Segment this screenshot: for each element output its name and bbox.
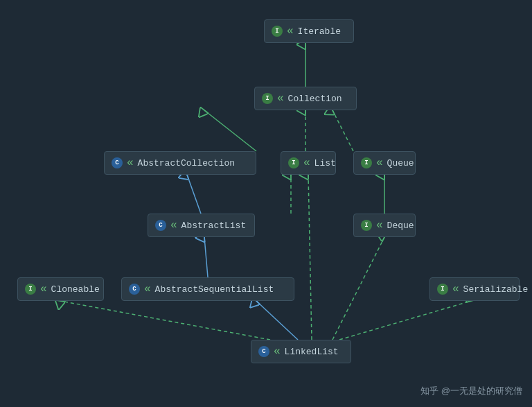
diagram-container: I«IterableI«CollectionC«AbstractCollecti… [0, 0, 532, 407]
node-icon-deque: I [361, 220, 372, 231]
svg-line-5 [332, 110, 353, 151]
node-icon-queue: I [361, 157, 372, 168]
svg-line-9 [204, 237, 208, 277]
node-icon-abstractcollection: C [112, 157, 123, 168]
node-icon-serializable: I [437, 284, 448, 295]
node-linkedlist: C«LinkedList [251, 340, 351, 363]
watermark: 知乎 @一无是处的研究僧 [420, 385, 522, 397]
node-cloneable: I«Cloneable [17, 277, 104, 301]
node-icon-cloneable: I [25, 284, 36, 295]
node-label-queue: Queue [387, 158, 414, 168]
node-abstractcollection: C«AbstractCollection [104, 151, 256, 175]
svg-line-3 [204, 110, 256, 151]
node-label-linkedlist: LinkedList [285, 347, 339, 357]
node-serializable: I«Serializable [429, 277, 520, 301]
node-label-serializable: Serializable [463, 284, 529, 295]
node-label-abstractcollection: AbstractCollection [138, 158, 235, 168]
svg-line-6 [187, 175, 201, 214]
svg-line-10 [256, 301, 298, 340]
node-icon-abstractsequentiallist: C [129, 284, 140, 295]
node-icon-collection: I [262, 93, 273, 104]
node-label-deque: Deque [387, 220, 414, 231]
node-icon-iterable: I [272, 26, 283, 37]
node-queue: I«Queue [353, 151, 416, 175]
node-label-list: List [314, 158, 336, 168]
svg-line-11 [60, 301, 270, 340]
svg-line-14 [332, 237, 384, 340]
node-icon-list: I [288, 157, 299, 168]
node-label-abstractlist: AbstractList [181, 220, 247, 231]
node-iterable: I«Iterable [264, 19, 354, 43]
svg-line-13 [339, 301, 471, 340]
node-label-abstractsequentiallist: AbstractSequentialList [155, 284, 274, 295]
node-deque: I«Deque [353, 214, 416, 237]
node-icon-abstractlist: C [155, 220, 166, 231]
node-abstractlist: C«AbstractList [148, 214, 255, 237]
node-icon-linkedlist: C [258, 346, 269, 357]
node-label-collection: Collection [288, 94, 342, 104]
svg-line-12 [308, 175, 312, 340]
node-collection: I«Collection [254, 87, 357, 110]
node-list: I«List [281, 151, 336, 175]
node-label-cloneable: Cloneable [51, 284, 100, 295]
node-label-iterable: Iterable [298, 26, 341, 37]
node-abstractsequentiallist: C«AbstractSequentialList [121, 277, 294, 301]
